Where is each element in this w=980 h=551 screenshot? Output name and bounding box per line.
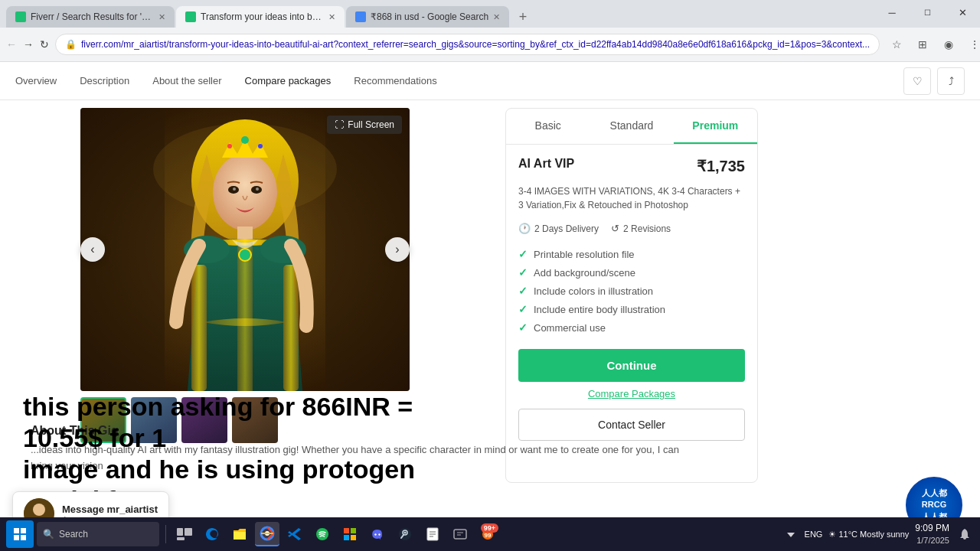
notification-center[interactable] — [956, 525, 974, 543]
search-icon: 🔍 — [43, 529, 54, 540]
package-tabs: Basic Standard Premium — [506, 109, 757, 145]
svg-point-8 — [227, 144, 232, 148]
maximize-button[interactable]: ☐ — [910, 0, 945, 24]
fullscreen-icon: ⛶ — [335, 119, 344, 130]
clock-icon: 🕐 — [518, 223, 531, 234]
feature-2: ✓ Add background/scene — [518, 263, 745, 282]
gallery-section: ‹ › ⛶ Full Screen this person asking for… — [15, 108, 475, 529]
nav-about-seller[interactable]: About the seller — [152, 75, 221, 86]
compare-packages-link[interactable]: Compare Packages — [518, 388, 745, 399]
taskbar-lang: ENG — [805, 530, 823, 539]
reload-button[interactable]: ↻ — [40, 34, 49, 55]
check-icon-4: ✓ — [518, 303, 528, 315]
taskbar-explorer[interactable] — [227, 522, 252, 546]
start-button[interactable] — [6, 520, 34, 548]
close-button[interactable]: ✕ — [945, 0, 980, 24]
tab-standard[interactable]: Standard — [590, 109, 673, 144]
tab-2[interactable]: Transform your ideas into beaut... ✕ — [176, 6, 345, 28]
tab-1-close[interactable]: ✕ — [158, 12, 165, 22]
continue-button[interactable]: Continue — [518, 349, 745, 382]
feature-5: ✓ Commercial use — [518, 318, 745, 337]
svg-point-7 — [241, 136, 249, 144]
toolbar-icons: ☆ ⊞ ◉ ⋮ — [886, 34, 980, 55]
page-navigation: Overview Description About the seller Co… — [0, 62, 980, 100]
main-image-container: ‹ › ⛶ Full Screen — [80, 108, 410, 391]
package-features: ✓ Printable resolution file ✓ Add backgr… — [518, 245, 745, 337]
tab-1[interactable]: Fiverr / Search Results for 'ai art' ✕ — [6, 6, 175, 28]
fullscreen-button[interactable]: ⛶ Full Screen — [327, 116, 402, 134]
nav-recommendations[interactable]: Recommendations — [354, 75, 436, 86]
taskbar-notepad[interactable] — [420, 522, 445, 546]
check-icon-3: ✓ — [518, 285, 528, 297]
prev-image-button[interactable]: ‹ — [80, 237, 105, 262]
svg-rect-27 — [177, 528, 183, 536]
tab-bar: Fiverr / Search Results for 'ai art' ✕ T… — [0, 0, 980, 28]
taskbar-discord[interactable] — [365, 522, 390, 546]
taskbar-extra-1[interactable] — [448, 522, 472, 546]
extensions-icon[interactable]: ⊞ — [912, 34, 933, 55]
taskbar-search[interactable]: 🔍 Search — [37, 522, 159, 546]
forward-button[interactable]: → — [23, 34, 34, 55]
svg-point-5 — [213, 154, 277, 230]
taskbar-chrome[interactable] — [255, 522, 279, 546]
package-description: 3-4 IMAGES WITH VARIATIONS, 4K 3-4 Chara… — [518, 184, 745, 212]
taskbar-spotify[interactable] — [310, 522, 335, 546]
feature-text-1: Printable resolution file — [534, 249, 635, 260]
taskbar-extra-2[interactable]: 99 99+ — [475, 522, 500, 546]
taskbar: 🔍 Search — [0, 517, 980, 551]
overlay-line1: this person asking for 866INR = 10.55$ f… — [23, 391, 467, 454]
minimize-button[interactable]: ─ — [874, 0, 910, 24]
taskbar-vscode[interactable] — [283, 522, 307, 546]
svg-rect-24 — [21, 528, 26, 533]
tab-2-favicon — [185, 11, 196, 22]
taskbar-taskview[interactable] — [172, 522, 197, 546]
nav-compare-packages[interactable]: Compare packages — [245, 75, 332, 86]
tab-premium[interactable]: Premium — [674, 109, 757, 144]
svg-rect-34 — [351, 528, 356, 533]
svg-rect-29 — [177, 537, 185, 540]
tab-1-favicon — [15, 11, 26, 22]
nav-overview[interactable]: Overview — [15, 75, 57, 86]
tab-3[interactable]: ₹868 in usd - Google Search ✕ — [346, 6, 509, 28]
tab-3-title: ₹868 in usd - Google Search — [371, 11, 488, 22]
taskbar-edge[interactable] — [200, 522, 224, 546]
nav-description[interactable]: Description — [80, 75, 129, 86]
lock-icon: 🔒 — [65, 39, 77, 50]
package-name: AI Art VIP — [518, 157, 574, 171]
bookmark-star-icon[interactable]: ☆ — [886, 34, 907, 55]
svg-point-13 — [256, 187, 259, 191]
favorite-button[interactable]: ♡ — [903, 67, 931, 95]
menu-icon[interactable]: ⋮ — [964, 34, 980, 55]
package-content: AI Art VIP ₹1,735 3-4 IMAGES WITH VARIAT… — [506, 145, 757, 453]
revisions-info: ↺ 2 Revisions — [611, 223, 671, 234]
svg-rect-43 — [454, 530, 466, 539]
check-icon-1: ✓ — [518, 248, 528, 260]
tab-3-close[interactable]: ✕ — [493, 12, 500, 22]
taskbar-steam[interactable] — [393, 522, 417, 546]
feature-1: ✓ Printable resolution file — [518, 245, 745, 263]
feature-text-3: Include colors in illustration — [534, 285, 653, 297]
message-title: Message mr_aiartist — [62, 504, 158, 515]
svg-rect-33 — [344, 528, 349, 533]
svg-point-38 — [378, 533, 380, 535]
taskbar-windows-store[interactable] — [338, 522, 362, 546]
share-button[interactable]: ⤴ — [937, 67, 965, 95]
address-bar[interactable]: 🔒 fiverr.com/mr_aiartist/transform-your-… — [55, 34, 880, 55]
svg-text:99: 99 — [485, 532, 492, 539]
svg-rect-26 — [21, 535, 26, 540]
new-tab-button[interactable]: + — [512, 6, 534, 28]
svg-point-20 — [239, 249, 251, 261]
taskbar-weather: ☀ 11°C Mostly sunny — [828, 530, 909, 540]
tab-basic[interactable]: Basic — [506, 109, 590, 144]
profile-icon[interactable]: ◉ — [938, 34, 959, 55]
svg-point-9 — [258, 144, 263, 148]
package-header: AI Art VIP ₹1,735 — [518, 157, 745, 175]
browser-chrome: Fiverr / Search Results for 'ai art' ✕ T… — [0, 0, 980, 62]
next-image-button[interactable]: › — [385, 237, 410, 262]
back-button[interactable]: ← — [6, 34, 17, 55]
delivery-text: 2 Days Delivery — [534, 223, 599, 234]
revisions-icon: ↺ — [611, 223, 619, 234]
tab-2-close[interactable]: ✕ — [328, 12, 335, 22]
address-text: fiverr.com/mr_aiartist/transform-your-id… — [81, 39, 870, 50]
address-bar-row: ← → ↻ 🔒 fiverr.com/mr_aiartist/transform… — [0, 28, 980, 61]
